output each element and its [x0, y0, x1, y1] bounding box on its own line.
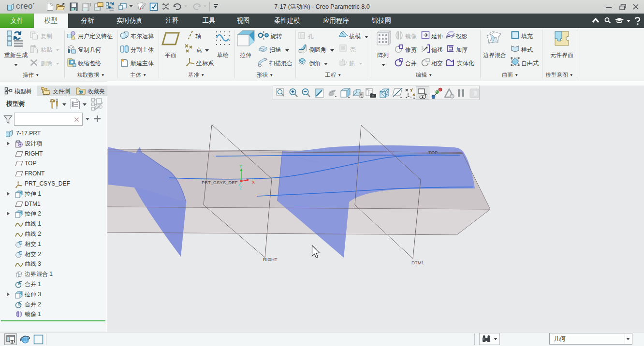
svg-text:X: X [252, 180, 255, 185]
svg-text:Z: Z [239, 186, 242, 190]
svg-text:PRT_CSYS_DEF: PRT_CSYS_DEF [202, 180, 237, 185]
svg-text:TOP: TOP [428, 150, 438, 155]
svg-text:Y: Y [239, 164, 242, 169]
svg-text:DTM1: DTM1 [411, 260, 424, 265]
svg-text:RIGHT: RIGHT [263, 257, 278, 262]
